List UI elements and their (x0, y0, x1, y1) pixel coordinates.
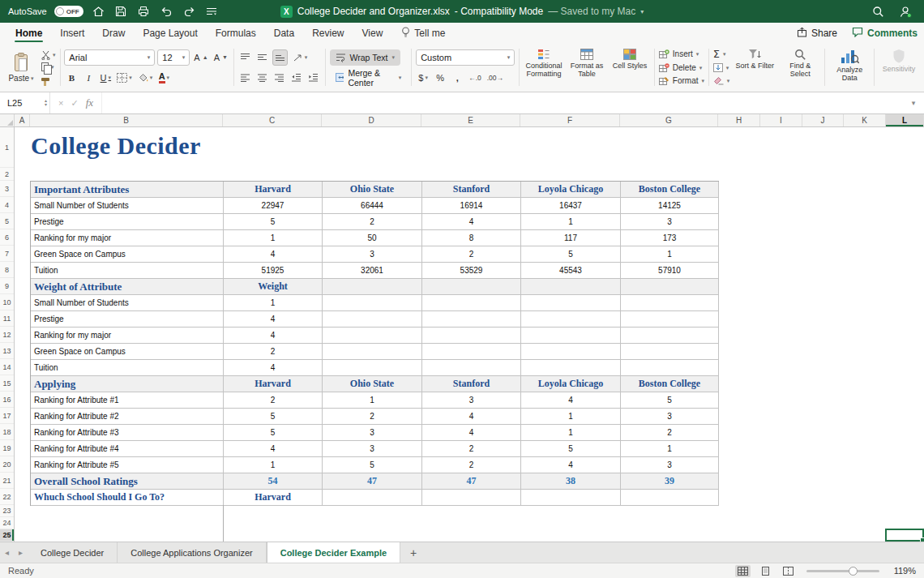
row-header-3[interactable]: 3 (0, 181, 14, 197)
value-cell[interactable] (621, 490, 719, 505)
row-label-cell[interactable]: Ranking for Attribute #1 (31, 392, 224, 408)
sheet-tab-college-applications-organizer[interactable]: College Applications Organizer (118, 542, 266, 563)
row-header-5[interactable]: 5 (0, 213, 14, 229)
value-cell[interactable]: 51925 (224, 263, 323, 278)
sheet-tab-college-decider[interactable]: College Decider (28, 542, 118, 563)
ribbon-tab-view[interactable]: View (353, 23, 392, 44)
font-name-select[interactable]: Arial▾ (64, 49, 155, 66)
value-cell[interactable] (621, 295, 719, 310)
value-cell[interactable] (521, 311, 621, 327)
value-cell[interactable]: 5 (224, 425, 323, 440)
saved-status-chevron-icon[interactable]: ▾ (640, 8, 644, 15)
value-cell[interactable] (621, 311, 719, 327)
find-select-button[interactable]: Find & Select (780, 47, 820, 88)
borders-button[interactable]: ▾ (115, 70, 134, 86)
zoom-percentage[interactable]: 119% (890, 566, 916, 576)
value-cell[interactable]: Boston College (621, 376, 719, 392)
value-cell[interactable]: 3 (323, 425, 422, 440)
row-header-11[interactable]: 11 (0, 310, 14, 327)
row-label-cell[interactable]: Ranking for Attribute #2 (31, 409, 224, 424)
page-layout-view-button[interactable] (758, 565, 773, 577)
value-cell[interactable]: 4 (224, 246, 323, 262)
value-cell[interactable]: 50 (323, 230, 422, 246)
search-icon[interactable] (871, 4, 886, 19)
value-cell[interactable]: 1 (224, 295, 323, 310)
value-cell[interactable] (621, 279, 719, 294)
saved-status[interactable]: — Saved to my Mac (548, 6, 635, 17)
row-label-cell[interactable]: Green Space on Campus (31, 344, 224, 359)
value-cell[interactable]: 173 (621, 230, 719, 246)
value-cell[interactable] (323, 311, 422, 327)
ribbon-tab-data[interactable]: Data (265, 23, 303, 44)
home-quick-icon[interactable] (91, 4, 106, 19)
cut-button[interactable]: ▾ (41, 49, 56, 61)
value-cell[interactable]: 57910 (621, 263, 719, 278)
row-header-2[interactable]: 2 (0, 168, 14, 181)
value-cell[interactable]: 32061 (323, 263, 422, 278)
row-header-7[interactable]: 7 (0, 246, 14, 262)
format-as-table-button[interactable]: Format as Table (567, 47, 607, 88)
sort-filter-button[interactable]: Sort & Filter (734, 47, 775, 88)
value-cell[interactable] (422, 311, 521, 327)
conditional-formatting-button[interactable]: Conditional Formatting (524, 47, 564, 88)
column-header-L[interactable]: L (886, 114, 924, 126)
value-cell[interactable]: 5 (521, 246, 621, 262)
row-header-4[interactable]: 4 (0, 197, 14, 213)
increase-indent-button[interactable] (306, 70, 321, 86)
value-cell[interactable] (521, 490, 621, 505)
value-cell[interactable]: 8 (422, 230, 521, 246)
value-cell[interactable]: 2 (224, 392, 323, 408)
fill-color-button[interactable]: ▾ (136, 70, 155, 86)
value-cell[interactable]: 1 (521, 214, 621, 229)
value-cell[interactable]: 16437 (521, 198, 621, 213)
insert-cells-button[interactable]: Insert▾ (659, 47, 704, 61)
delete-cells-button[interactable]: Delete▾ (659, 61, 704, 75)
align-center-button[interactable] (255, 70, 270, 86)
underline-button[interactable]: U▾ (98, 70, 113, 86)
row-header-25[interactable]: 25 (0, 529, 14, 542)
value-cell[interactable] (521, 279, 621, 294)
row-label-cell[interactable]: Ranking for my major (31, 230, 224, 246)
row-label-cell[interactable]: Small Number of Students (31, 198, 224, 213)
align-top-button[interactable] (238, 49, 253, 66)
ribbon-tab-formulas[interactable]: Formulas (207, 23, 265, 44)
share-button[interactable]: Share (797, 27, 837, 40)
sheet-cells[interactable]: College Decider Important AttributesHarv… (15, 127, 924, 542)
fill-button[interactable]: ▾ (713, 61, 730, 75)
confirm-entry-icon[interactable]: ✓ (71, 98, 78, 109)
insert-function-icon[interactable]: fx (86, 96, 93, 109)
row-label-cell[interactable]: Applying (31, 376, 224, 392)
account-icon[interactable] (897, 4, 913, 19)
align-bottom-button[interactable] (272, 49, 288, 66)
row-header-10[interactable]: 10 (0, 294, 14, 310)
row-header-22[interactable]: 22 (0, 489, 14, 505)
copy-button[interactable]: ▾ (41, 61, 56, 73)
value-cell[interactable]: Harvard (224, 376, 323, 392)
value-cell[interactable]: 2 (422, 457, 521, 473)
value-cell[interactable]: Weight (224, 279, 323, 294)
decrease-font-size-button[interactable]: A▼ (212, 49, 229, 66)
column-header-F[interactable]: F (520, 114, 620, 126)
value-cell[interactable]: 66444 (323, 198, 422, 213)
value-cell[interactable]: 47 (323, 473, 422, 489)
sensitivity-button[interactable]: Sensitivity (879, 47, 919, 73)
row-label-cell[interactable]: Whuch School Should I Go To? (31, 490, 224, 505)
value-cell[interactable] (422, 328, 521, 343)
column-header-K[interactable]: K (844, 114, 886, 126)
column-header-A[interactable]: A (15, 114, 30, 126)
name-box[interactable]: L25 ▴▾ (0, 92, 50, 113)
value-cell[interactable] (323, 490, 422, 505)
value-cell[interactable] (323, 295, 422, 310)
value-cell[interactable] (422, 344, 521, 359)
row-header-9[interactable]: 9 (0, 278, 14, 294)
value-cell[interactable]: Ohio State (323, 182, 422, 197)
zoom-slider[interactable] (806, 570, 879, 572)
row-header-21[interactable]: 21 (0, 473, 14, 489)
analyze-data-button[interactable]: Analyze Data (829, 47, 870, 83)
wrap-text-button[interactable]: Wrap Text▾ (330, 49, 400, 66)
format-painter-button[interactable] (41, 74, 56, 86)
row-header-16[interactable]: 16 (0, 392, 14, 408)
value-cell[interactable]: 4 (224, 360, 323, 375)
column-header-B[interactable]: B (30, 114, 223, 126)
value-cell[interactable]: 1 (621, 441, 719, 456)
